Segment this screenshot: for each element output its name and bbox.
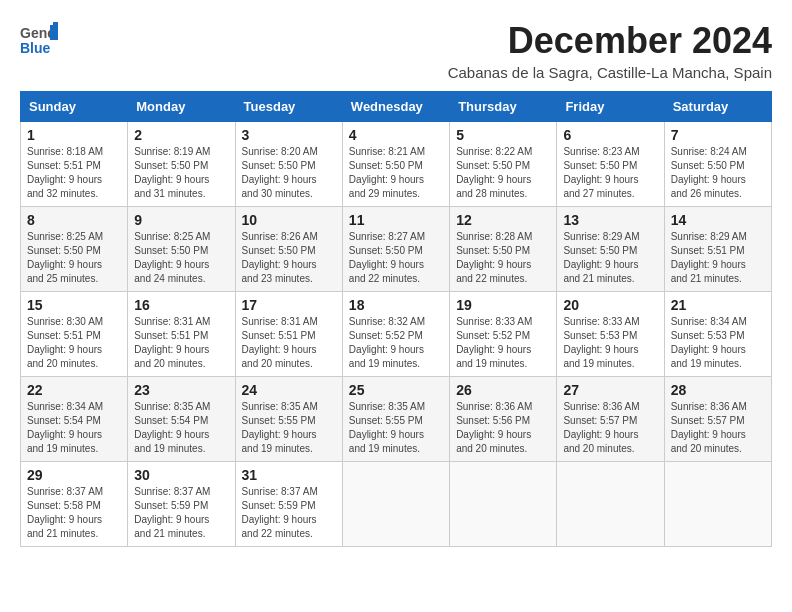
calendar-cell: 28Sunrise: 8:36 AM Sunset: 5:57 PM Dayli… xyxy=(664,377,771,462)
day-number: 29 xyxy=(27,467,121,483)
month-title: December 2024 xyxy=(448,20,772,62)
day-number: 19 xyxy=(456,297,550,313)
calendar-cell: 20Sunrise: 8:33 AM Sunset: 5:53 PM Dayli… xyxy=(557,292,664,377)
calendar-cell: 1Sunrise: 8:18 AM Sunset: 5:51 PM Daylig… xyxy=(21,122,128,207)
calendar-cell: 22Sunrise: 8:34 AM Sunset: 5:54 PM Dayli… xyxy=(21,377,128,462)
day-number: 28 xyxy=(671,382,765,398)
calendar-cell: 2Sunrise: 8:19 AM Sunset: 5:50 PM Daylig… xyxy=(128,122,235,207)
day-number: 8 xyxy=(27,212,121,228)
title-section: December 2024 Cabanas de la Sagra, Casti… xyxy=(448,20,772,81)
day-number: 3 xyxy=(242,127,336,143)
weekday-header-saturday: Saturday xyxy=(664,92,771,122)
calendar-cell: 18Sunrise: 8:32 AM Sunset: 5:52 PM Dayli… xyxy=(342,292,449,377)
day-number: 5 xyxy=(456,127,550,143)
day-number: 10 xyxy=(242,212,336,228)
day-info: Sunrise: 8:37 AM Sunset: 5:58 PM Dayligh… xyxy=(27,485,121,541)
logo-container: General Blue xyxy=(20,20,58,62)
day-number: 7 xyxy=(671,127,765,143)
day-info: Sunrise: 8:30 AM Sunset: 5:51 PM Dayligh… xyxy=(27,315,121,371)
location-subtitle: Cabanas de la Sagra, Castille-La Mancha,… xyxy=(448,64,772,81)
calendar-cell xyxy=(342,462,449,547)
day-info: Sunrise: 8:29 AM Sunset: 5:50 PM Dayligh… xyxy=(563,230,657,286)
day-info: Sunrise: 8:37 AM Sunset: 5:59 PM Dayligh… xyxy=(134,485,228,541)
calendar-cell: 16Sunrise: 8:31 AM Sunset: 5:51 PM Dayli… xyxy=(128,292,235,377)
calendar-cell xyxy=(664,462,771,547)
calendar-cell: 6Sunrise: 8:23 AM Sunset: 5:50 PM Daylig… xyxy=(557,122,664,207)
day-number: 2 xyxy=(134,127,228,143)
calendar-cell: 24Sunrise: 8:35 AM Sunset: 5:55 PM Dayli… xyxy=(235,377,342,462)
day-info: Sunrise: 8:36 AM Sunset: 5:57 PM Dayligh… xyxy=(671,400,765,456)
day-info: Sunrise: 8:35 AM Sunset: 5:54 PM Dayligh… xyxy=(134,400,228,456)
calendar-cell: 31Sunrise: 8:37 AM Sunset: 5:59 PM Dayli… xyxy=(235,462,342,547)
day-number: 23 xyxy=(134,382,228,398)
day-number: 12 xyxy=(456,212,550,228)
weekday-header-friday: Friday xyxy=(557,92,664,122)
day-info: Sunrise: 8:31 AM Sunset: 5:51 PM Dayligh… xyxy=(242,315,336,371)
weekday-header-wednesday: Wednesday xyxy=(342,92,449,122)
day-number: 11 xyxy=(349,212,443,228)
weekday-header-monday: Monday xyxy=(128,92,235,122)
calendar-cell: 11Sunrise: 8:27 AM Sunset: 5:50 PM Dayli… xyxy=(342,207,449,292)
calendar-week-row: 15Sunrise: 8:30 AM Sunset: 5:51 PM Dayli… xyxy=(21,292,772,377)
calendar-table: SundayMondayTuesdayWednesdayThursdayFrid… xyxy=(20,91,772,547)
calendar-week-row: 1Sunrise: 8:18 AM Sunset: 5:51 PM Daylig… xyxy=(21,122,772,207)
day-number: 24 xyxy=(242,382,336,398)
calendar-cell: 23Sunrise: 8:35 AM Sunset: 5:54 PM Dayli… xyxy=(128,377,235,462)
day-info: Sunrise: 8:20 AM Sunset: 5:50 PM Dayligh… xyxy=(242,145,336,201)
day-number: 4 xyxy=(349,127,443,143)
day-info: Sunrise: 8:19 AM Sunset: 5:50 PM Dayligh… xyxy=(134,145,228,201)
day-number: 17 xyxy=(242,297,336,313)
day-number: 9 xyxy=(134,212,228,228)
day-number: 26 xyxy=(456,382,550,398)
day-number: 15 xyxy=(27,297,121,313)
calendar-cell: 30Sunrise: 8:37 AM Sunset: 5:59 PM Dayli… xyxy=(128,462,235,547)
weekday-header-tuesday: Tuesday xyxy=(235,92,342,122)
day-number: 20 xyxy=(563,297,657,313)
calendar-week-row: 22Sunrise: 8:34 AM Sunset: 5:54 PM Dayli… xyxy=(21,377,772,462)
calendar-cell: 13Sunrise: 8:29 AM Sunset: 5:50 PM Dayli… xyxy=(557,207,664,292)
svg-marker-3 xyxy=(53,22,58,25)
calendar-cell: 4Sunrise: 8:21 AM Sunset: 5:50 PM Daylig… xyxy=(342,122,449,207)
calendar-week-row: 8Sunrise: 8:25 AM Sunset: 5:50 PM Daylig… xyxy=(21,207,772,292)
day-number: 22 xyxy=(27,382,121,398)
day-info: Sunrise: 8:37 AM Sunset: 5:59 PM Dayligh… xyxy=(242,485,336,541)
day-number: 13 xyxy=(563,212,657,228)
calendar-cell: 5Sunrise: 8:22 AM Sunset: 5:50 PM Daylig… xyxy=(450,122,557,207)
logo: General Blue xyxy=(20,20,58,62)
day-number: 25 xyxy=(349,382,443,398)
day-info: Sunrise: 8:35 AM Sunset: 5:55 PM Dayligh… xyxy=(349,400,443,456)
day-info: Sunrise: 8:25 AM Sunset: 5:50 PM Dayligh… xyxy=(27,230,121,286)
day-info: Sunrise: 8:34 AM Sunset: 5:53 PM Dayligh… xyxy=(671,315,765,371)
calendar-cell: 25Sunrise: 8:35 AM Sunset: 5:55 PM Dayli… xyxy=(342,377,449,462)
calendar-cell: 15Sunrise: 8:30 AM Sunset: 5:51 PM Dayli… xyxy=(21,292,128,377)
calendar-cell: 8Sunrise: 8:25 AM Sunset: 5:50 PM Daylig… xyxy=(21,207,128,292)
day-info: Sunrise: 8:34 AM Sunset: 5:54 PM Dayligh… xyxy=(27,400,121,456)
calendar-cell: 9Sunrise: 8:25 AM Sunset: 5:50 PM Daylig… xyxy=(128,207,235,292)
svg-text:Blue: Blue xyxy=(20,40,51,56)
calendar-cell: 10Sunrise: 8:26 AM Sunset: 5:50 PM Dayli… xyxy=(235,207,342,292)
day-number: 21 xyxy=(671,297,765,313)
calendar-cell: 19Sunrise: 8:33 AM Sunset: 5:52 PM Dayli… xyxy=(450,292,557,377)
calendar-cell: 21Sunrise: 8:34 AM Sunset: 5:53 PM Dayli… xyxy=(664,292,771,377)
calendar-cell: 26Sunrise: 8:36 AM Sunset: 5:56 PM Dayli… xyxy=(450,377,557,462)
day-number: 16 xyxy=(134,297,228,313)
day-info: Sunrise: 8:18 AM Sunset: 5:51 PM Dayligh… xyxy=(27,145,121,201)
day-info: Sunrise: 8:23 AM Sunset: 5:50 PM Dayligh… xyxy=(563,145,657,201)
calendar-cell: 14Sunrise: 8:29 AM Sunset: 5:51 PM Dayli… xyxy=(664,207,771,292)
day-number: 31 xyxy=(242,467,336,483)
day-info: Sunrise: 8:35 AM Sunset: 5:55 PM Dayligh… xyxy=(242,400,336,456)
page-header: General Blue December 2024 Cabanas de la… xyxy=(20,20,772,81)
day-info: Sunrise: 8:31 AM Sunset: 5:51 PM Dayligh… xyxy=(134,315,228,371)
svg-marker-2 xyxy=(50,25,58,40)
calendar-cell xyxy=(557,462,664,547)
weekday-header-thursday: Thursday xyxy=(450,92,557,122)
day-number: 6 xyxy=(563,127,657,143)
calendar-cell: 27Sunrise: 8:36 AM Sunset: 5:57 PM Dayli… xyxy=(557,377,664,462)
calendar-cell: 17Sunrise: 8:31 AM Sunset: 5:51 PM Dayli… xyxy=(235,292,342,377)
calendar-week-row: 29Sunrise: 8:37 AM Sunset: 5:58 PM Dayli… xyxy=(21,462,772,547)
day-number: 14 xyxy=(671,212,765,228)
day-info: Sunrise: 8:33 AM Sunset: 5:53 PM Dayligh… xyxy=(563,315,657,371)
calendar-cell: 29Sunrise: 8:37 AM Sunset: 5:58 PM Dayli… xyxy=(21,462,128,547)
day-info: Sunrise: 8:25 AM Sunset: 5:50 PM Dayligh… xyxy=(134,230,228,286)
day-info: Sunrise: 8:36 AM Sunset: 5:56 PM Dayligh… xyxy=(456,400,550,456)
